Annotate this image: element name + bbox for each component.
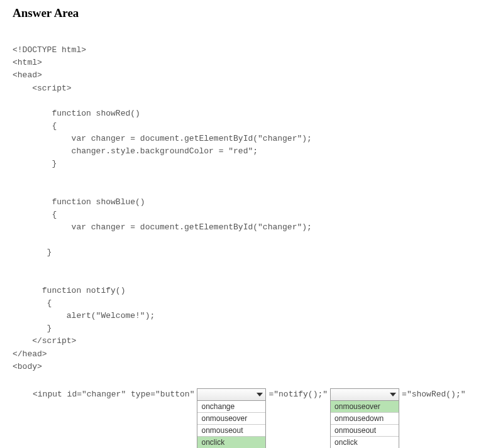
dropdown-option[interactable]: onmouseover: [331, 401, 399, 413]
dropdown-option[interactable]: onchange: [197, 401, 265, 413]
page-title: Answer Area: [13, 6, 490, 20]
code-line: }: [13, 248, 52, 257]
attribute-dropdown-2[interactable]: onmouseover onmousedown onmouseout oncli…: [330, 388, 399, 448]
dropdown-option[interactable]: onmouseout: [197, 425, 265, 437]
input-builder-line: <input id="changer" type="button" onchan…: [33, 388, 490, 448]
code-line: <script>: [13, 84, 72, 93]
code-line: alert("Welcome!");: [13, 311, 155, 320]
dropdown-option[interactable]: onmouseout: [331, 425, 399, 437]
code-line: function showBlue(): [13, 197, 145, 207]
showred-assignment-text: ="showRed();": [402, 388, 465, 399]
attribute-dropdown-1[interactable]: onchange onmouseover onmouseout onclick: [197, 388, 266, 448]
code-line: </head>: [13, 349, 47, 359]
code-line: function notify(): [13, 286, 125, 295]
dropdown-trigger[interactable]: [330, 388, 399, 401]
dropdown-option[interactable]: onmousedown: [331, 413, 399, 425]
code-line: <!DOCTYPE html>: [13, 45, 86, 55]
dropdown-option[interactable]: onclick: [331, 437, 399, 448]
code-line: {: [13, 298, 52, 308]
notify-assignment-text: ="notify();": [268, 388, 328, 399]
dropdown-options: onmouseover onmousedown onmouseout oncli…: [330, 401, 399, 448]
code-line: changer.style.backgroundColor = "red";: [13, 146, 258, 156]
code-line: <head>: [13, 70, 42, 80]
code-line: }: [13, 324, 52, 333]
code-line: }: [13, 159, 57, 168]
code-line: <html>: [13, 58, 42, 67]
code-line: var changer = document.getElementById("c…: [13, 222, 312, 232]
code-line: var changer = document.getElementById("c…: [13, 134, 312, 143]
code-block: <!DOCTYPE html> <html> <head> <script> f…: [13, 31, 490, 386]
code-line: {: [13, 210, 57, 219]
dropdown-options: onchange onmouseover onmouseout onclick: [197, 401, 266, 448]
code-line: </script>: [13, 336, 76, 346]
dropdown-option[interactable]: onmouseover: [197, 413, 265, 425]
input-prefix-text: <input id="changer" type="button": [33, 388, 194, 399]
dropdown-trigger[interactable]: [197, 388, 266, 401]
code-line: {: [13, 121, 57, 131]
chevron-down-icon: [390, 391, 396, 398]
chevron-down-icon: [257, 391, 263, 398]
dropdown-option[interactable]: onclick: [197, 437, 265, 448]
code-line: function showRed(): [13, 109, 140, 118]
svg-marker-1: [390, 393, 396, 396]
code-line: <body>: [13, 362, 42, 371]
svg-marker-0: [257, 393, 263, 396]
